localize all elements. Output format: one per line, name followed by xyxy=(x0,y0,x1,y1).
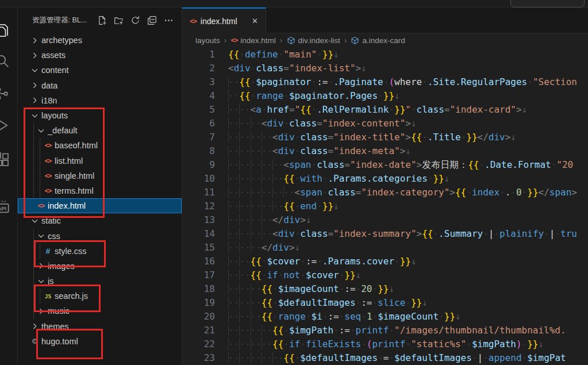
code-line: 14········<div·class="index-summary">{{·… xyxy=(182,227,588,241)
tree-item-index.html[interactable]: <>index.html xyxy=(18,198,182,213)
tree-item-label: search.js xyxy=(55,291,88,301)
more-actions-icon[interactable] xyxy=(164,16,174,25)
extensions-icon[interactable] xyxy=(0,152,10,167)
gear-file-icon: ⚙ xyxy=(29,337,40,345)
code-line-content: ··········{{·$defaultImages·=·$defaultIm… xyxy=(228,351,566,365)
breadcrumb-label: layouts xyxy=(195,36,220,45)
code-line-content: ············<span·class="index-category"… xyxy=(228,186,577,199)
new-folder-icon[interactable] xyxy=(114,16,124,25)
tree-item-assets[interactable]: assets xyxy=(18,48,182,63)
tree-item-label: js xyxy=(48,276,53,286)
chevron-right-icon xyxy=(29,36,40,45)
code-line: 3··{{·$paginator·:=·.Paginate·(where·.Si… xyxy=(182,75,588,89)
code-line: 6······<div·class="index-content">↓ xyxy=(182,117,588,130)
tree-item-content[interactable]: content xyxy=(18,63,182,78)
chevron-down-icon xyxy=(29,66,40,75)
tree-item-baseof.html[interactable]: <>baseof.html xyxy=(18,138,182,153)
tree-item-hugo.toml[interactable]: ⚙hugo.toml xyxy=(18,334,182,349)
tree-item-label: css xyxy=(48,232,60,241)
breadcrumb-item-a.index-card[interactable]: a.index-card xyxy=(351,36,405,45)
breadcrumb-label: div.index-list xyxy=(298,36,340,45)
file-tree: archetypesassetscontentdatai18nlayouts_d… xyxy=(18,33,182,349)
tree-item-music[interactable]: music xyxy=(18,303,182,318)
tab-index.html[interactable]: <>index.html✕ xyxy=(182,7,266,33)
refresh-icon[interactable] xyxy=(130,16,140,25)
files-icon[interactable] xyxy=(0,23,10,38)
chevron-right-icon xyxy=(29,96,40,105)
symbol-cube-icon xyxy=(351,36,359,45)
line-number: 20 xyxy=(182,310,215,324)
breadcrumb-item-layouts[interactable]: layouts xyxy=(195,36,220,45)
line-number: 13 xyxy=(182,213,215,227)
tree-item-themes[interactable]: themes xyxy=(18,319,182,334)
breadcrumb-label: index.html xyxy=(240,36,276,45)
breadcrumb-separator: › xyxy=(224,36,227,45)
close-icon[interactable]: ✕ xyxy=(250,16,260,26)
code-line: 8········<div·class="index-meta">↓ xyxy=(182,144,588,158)
line-number: 19 xyxy=(182,296,215,310)
code-line-content: ····{{·if·not·$cover·}}↓ xyxy=(228,268,361,282)
tree-item-label: themes xyxy=(41,322,69,331)
api-icon[interactable]: API xyxy=(0,199,10,214)
tree-item-i18n[interactable]: i18n xyxy=(18,93,182,108)
tree-item-archetypes[interactable]: archetypes xyxy=(18,33,182,48)
tree-item-data[interactable]: data xyxy=(18,78,182,93)
code-line-content: ··········{{·with·.Params.categories·}}↓ xyxy=(228,172,449,186)
line-number: 14 xyxy=(182,227,215,241)
chevron-down-icon xyxy=(29,217,40,225)
source-control-icon[interactable] xyxy=(0,86,10,101)
run-debug-icon[interactable] xyxy=(0,118,10,133)
breadcrumb-item-index.html[interactable]: <>index.html xyxy=(230,36,275,45)
tree-item-terms.html[interactable]: <>terms.html xyxy=(18,183,182,198)
chevron-down-icon xyxy=(36,232,47,240)
code-line-content: ········{{·$imgPath·:=·printf·"/images/t… xyxy=(228,324,566,337)
tree-item-_default[interactable]: _default xyxy=(18,123,182,138)
line-number: 6 xyxy=(182,117,215,130)
tree-item-label: baseof.html xyxy=(55,141,98,150)
command-center-search[interactable] xyxy=(510,0,585,7)
tree-item-label: layouts xyxy=(41,111,68,120)
tree-item-search.js[interactable]: JSsearch.js xyxy=(18,289,182,303)
breadcrumb: layouts›<>index.html›div.index-list›a.in… xyxy=(182,33,588,47)
code-editor[interactable]: 1{{·define·"main"·}}↓2<div·class="index-… xyxy=(182,47,588,365)
code-line: 7········<div·class="index-title">{{·.Ti… xyxy=(182,130,588,144)
chevron-right-icon xyxy=(36,262,47,270)
tab-bar: <>index.html✕ xyxy=(182,7,588,33)
code-line-content: ··{{·$paginator·:=·.Paginate·(where·.Sit… xyxy=(228,75,577,89)
tree-item-style.css[interactable]: #style.css xyxy=(18,244,182,259)
symbol-cube-icon xyxy=(287,36,295,45)
collapse-folders-icon[interactable] xyxy=(147,16,157,25)
breadcrumb-item-div.index-list[interactable]: div.index-list xyxy=(287,36,340,45)
code-line: 9··········<span·class="index-date">发布日期… xyxy=(182,158,588,172)
html-file-icon: <> xyxy=(43,172,53,180)
tree-item-list.html[interactable]: <>list.html xyxy=(18,153,182,168)
code-line: 16····{{·$cover·:=·.Params.cover·}}↓ xyxy=(182,255,588,268)
code-line: 13········</div>↓ xyxy=(182,213,588,227)
vscode-window: API 资源管理器: BL... archetypesassetscontent… xyxy=(0,0,588,365)
new-file-icon[interactable] xyxy=(97,16,107,25)
line-number: 18 xyxy=(182,282,215,296)
tree-item-layouts[interactable]: layouts xyxy=(18,108,182,123)
js-file-icon: JS xyxy=(43,293,53,299)
chevron-right-icon xyxy=(36,307,47,316)
line-number: 4 xyxy=(182,89,215,103)
tree-item-static[interactable]: static xyxy=(18,213,182,228)
tree-item-images[interactable]: images xyxy=(18,259,182,274)
explorer-sidebar: 资源管理器: BL... archetypesassetscontentdata… xyxy=(18,7,182,365)
code-line: 5····<a·href="{{·.RelPermalink·}}"·class… xyxy=(182,103,588,117)
html-file-icon: <> xyxy=(36,202,47,210)
tree-item-label: _default xyxy=(48,126,78,135)
code-line-content: ··········{{·end·}}↓ xyxy=(228,199,339,213)
explorer-title: 资源管理器: BL... xyxy=(32,16,97,25)
tree-item-label: music xyxy=(48,306,70,316)
tree-item-js[interactable]: js xyxy=(18,274,182,289)
search-icon[interactable] xyxy=(0,53,10,68)
tree-item-single.html[interactable]: <>single.html xyxy=(18,168,182,183)
tree-item-label: data xyxy=(41,81,57,90)
tree-item-label: style.css xyxy=(55,247,87,256)
breadcrumb-label: a.index-card xyxy=(362,36,405,45)
tree-item-label: index.html xyxy=(48,201,86,210)
code-line-content: ······{{·$defaultImages·:=·slice·}}↓ xyxy=(228,296,428,310)
chevron-right-icon xyxy=(29,322,40,331)
tree-item-css[interactable]: css xyxy=(18,228,182,243)
